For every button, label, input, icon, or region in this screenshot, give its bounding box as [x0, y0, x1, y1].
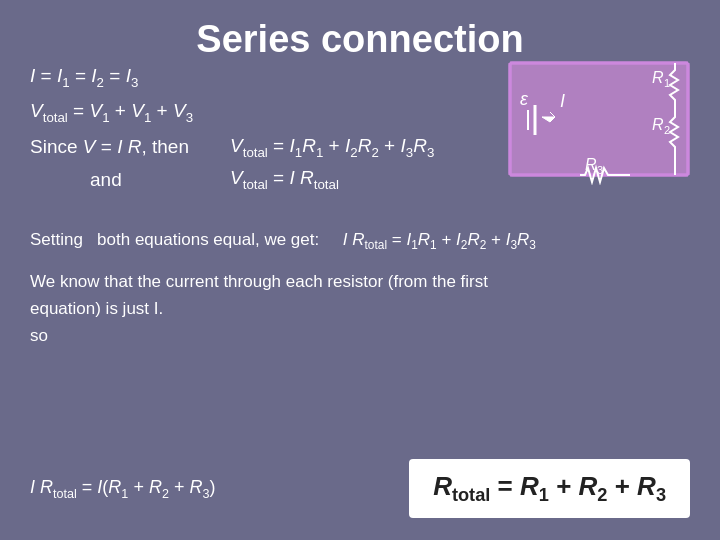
- circuit-svg: ε I R 1 R 2 R 3: [500, 55, 700, 185]
- vtotal-equation: Vtotal = I1R1 + I2R2 + I3R3: [230, 135, 434, 160]
- main-content: I = I1 = I2 = I3 Vtotal = V1 + V1 + V3 S…: [30, 65, 500, 202]
- svg-text:1: 1: [664, 77, 670, 89]
- svg-text:2: 2: [664, 124, 670, 136]
- vtotal-rtotal-equation: Vtotal = I Rtotal: [230, 167, 339, 192]
- since-label: Since V = I R, then: [30, 136, 230, 158]
- svg-text:R: R: [652, 116, 664, 133]
- svg-text:I: I: [560, 91, 565, 111]
- and-label: and: [30, 169, 230, 191]
- circuit-diagram: ε I R 1 R 2 R 3: [500, 55, 700, 185]
- since-row: Since V = I R, then Vtotal = I1R1 + I2R2…: [30, 135, 500, 160]
- weknow-row: We know that the current through each re…: [30, 268, 690, 350]
- svg-text:R: R: [652, 69, 664, 86]
- final-formula-box: Rtotal = R1 + R2 + R3: [409, 459, 690, 518]
- and-row: and Vtotal = I Rtotal: [30, 167, 500, 192]
- svg-text:ε: ε: [520, 89, 529, 109]
- bottom-left-eq: I Rtotal = I(R1 + R2 + R3): [30, 477, 215, 501]
- setting-row: Setting both equations equal, we get: I …: [30, 230, 690, 252]
- current-equation: I = I1 = I2 = I3: [30, 65, 500, 90]
- bottom-section: I Rtotal = I(R1 + R2 + R3) Rtotal = R1 +…: [30, 459, 690, 518]
- voltage-equation: Vtotal = V1 + V1 + V3: [30, 100, 500, 125]
